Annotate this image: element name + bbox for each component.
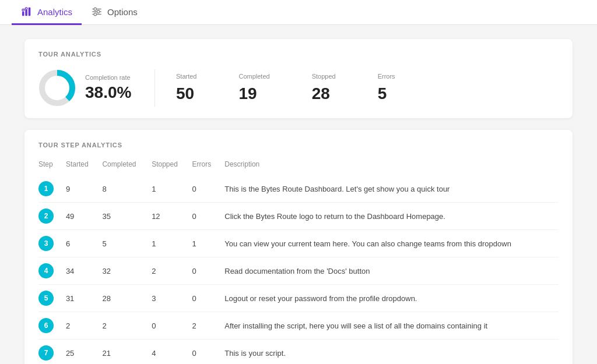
started-cell: 2	[61, 312, 98, 340]
th-stopped: Stopped	[147, 160, 187, 175]
description-cell: Logout or reset your password from the p…	[220, 285, 559, 312]
stopped-cell: 4	[147, 340, 187, 365]
stat-value: 19	[238, 84, 257, 103]
errors-cell: 0	[188, 257, 220, 285]
stopped-cell: 1	[147, 230, 187, 257]
stat-item-errors: Errors 5	[357, 73, 416, 103]
svg-point-3	[22, 9, 24, 12]
step-badge: 4	[38, 263, 54, 278]
tour-analytics-row: Completion rate 38.0% Started 50 Complet…	[38, 69, 559, 107]
errors-cell: 0	[188, 175, 220, 203]
tab-options[interactable]: Options	[82, 0, 147, 25]
step-analytics-card: TOUR STEP ANALYTICS StepStartedCompleted…	[24, 130, 573, 364]
table-row: 4343220Read documentation from the 'Docs…	[38, 257, 559, 285]
description-cell: You can view your current team here. You…	[220, 230, 559, 257]
table-row: 24935120Click the Bytes Route logo to re…	[38, 203, 559, 230]
stopped-cell: 3	[147, 285, 187, 312]
stat-label: Stopped	[312, 73, 336, 80]
th-errors: Errors	[188, 160, 220, 175]
table-row: 62202After installing the script, here y…	[38, 312, 559, 340]
completion-text: Completion rate 38.0%	[85, 74, 131, 102]
step-badge: 3	[38, 236, 54, 251]
table-row: 36511You can view your current team here…	[38, 230, 559, 257]
svg-point-9	[94, 8, 97, 10]
step-cell: 2	[38, 203, 61, 230]
stopped-cell: 12	[147, 203, 187, 230]
description-cell: After installing the script, here you wi…	[220, 312, 559, 340]
th-started: Started	[61, 160, 98, 175]
step-table-body: 19810This is the Bytes Route Dashboard. …	[38, 175, 559, 364]
svg-point-10	[97, 10, 100, 13]
step-cell: 3	[38, 230, 61, 257]
stat-value: 50	[176, 84, 194, 103]
completed-cell: 8	[97, 175, 147, 203]
step-table-header-row: StepStartedCompletedStoppedErrorsDescrip…	[38, 160, 559, 175]
completed-cell: 21	[97, 340, 147, 365]
started-cell: 6	[61, 230, 98, 257]
errors-cell: 0	[188, 203, 220, 230]
stat-label: Started	[176, 73, 196, 80]
step-table: StepStartedCompletedStoppedErrorsDescrip…	[38, 160, 559, 364]
step-table-head: StepStartedCompletedStoppedErrorsDescrip…	[38, 160, 559, 175]
th-completed: Completed	[97, 160, 147, 175]
svg-rect-1	[25, 9, 27, 16]
th-step: Step	[38, 160, 61, 175]
step-cell: 5	[38, 285, 61, 312]
stopped-cell: 2	[147, 257, 187, 285]
table-row: 19810This is the Bytes Route Dashboard. …	[38, 175, 559, 203]
tab-analytics[interactable]: Analytics	[12, 0, 82, 25]
stat-item-completed: Completed 19	[217, 73, 290, 103]
donut-chart	[38, 69, 76, 107]
options-icon	[91, 6, 103, 17]
errors-cell: 1	[188, 230, 220, 257]
th-description: Description	[220, 160, 559, 175]
step-badge: 7	[38, 345, 54, 361]
errors-cell: 2	[188, 312, 220, 340]
errors-cell: 0	[188, 340, 220, 365]
svg-rect-0	[22, 12, 24, 16]
errors-cell: 0	[188, 285, 220, 312]
completed-cell: 5	[97, 230, 147, 257]
started-cell: 34	[61, 257, 98, 285]
step-badge: 2	[38, 208, 54, 224]
stat-section: Started 50 Completed 19 Stopped 28 Error…	[155, 73, 559, 103]
completion-section: Completion rate 38.0%	[38, 69, 155, 107]
completed-cell: 35	[97, 203, 147, 230]
completion-label: Completion rate	[85, 74, 131, 81]
started-cell: 9	[61, 175, 98, 203]
description-cell: Read documentation from the 'Docs' butto…	[220, 257, 559, 285]
stat-item-stopped: Stopped 28	[291, 73, 357, 103]
tour-analytics-card: TOUR ANALYTICS Completion rate 38.0%	[24, 39, 573, 118]
main-content: TOUR ANALYTICS Completion rate 38.0%	[13, 25, 584, 364]
completed-cell: 28	[97, 285, 147, 312]
stat-label: Errors	[378, 73, 395, 80]
svg-point-11	[94, 13, 97, 16]
tab-options-label: Options	[107, 7, 138, 17]
completed-cell: 32	[97, 257, 147, 285]
analytics-icon	[21, 6, 33, 17]
tab-bar: Analytics Options	[0, 0, 597, 25]
step-cell: 7	[38, 340, 61, 365]
stat-label: Completed	[238, 73, 269, 80]
svg-rect-2	[29, 8, 31, 16]
step-badge: 6	[38, 318, 54, 333]
description-cell: This is the Bytes Route Dashboard. Let's…	[220, 175, 559, 203]
stopped-cell: 0	[147, 312, 187, 340]
step-badge: 1	[38, 181, 54, 196]
tab-analytics-label: Analytics	[37, 7, 72, 17]
step-badge: 5	[38, 291, 54, 306]
step-cell: 1	[38, 175, 61, 203]
stat-value: 5	[378, 84, 387, 103]
started-cell: 49	[61, 203, 98, 230]
table-row: 7252140This is your script.	[38, 340, 559, 365]
completion-value: 38.0%	[85, 83, 131, 102]
svg-line-5	[24, 9, 26, 10]
step-analytics-title: TOUR STEP ANALYTICS	[38, 142, 559, 149]
table-row: 5312830Logout or reset your password fro…	[38, 285, 559, 312]
stat-item-started: Started 50	[155, 73, 217, 103]
tour-analytics-title: TOUR ANALYTICS	[38, 51, 559, 58]
stopped-cell: 1	[147, 175, 187, 203]
description-cell: This is your script.	[220, 340, 559, 365]
stat-value: 28	[312, 84, 330, 103]
description-cell: Click the Bytes Route logo to return to …	[220, 203, 559, 230]
